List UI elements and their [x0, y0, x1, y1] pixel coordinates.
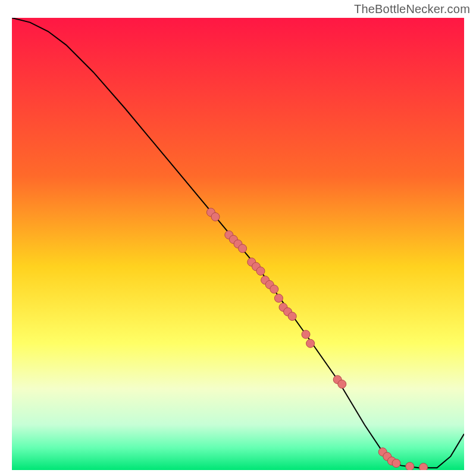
data-point	[392, 459, 400, 468]
plot-area	[12, 18, 464, 470]
data-point	[338, 380, 346, 389]
data-point	[419, 463, 428, 470]
chart-container: TheBottleNecker.com	[0, 0, 476, 476]
data-point	[256, 267, 265, 275]
data-point	[274, 294, 283, 302]
data-point	[302, 330, 310, 339]
data-point	[211, 212, 220, 221]
data-point	[270, 285, 278, 293]
chart-overlay	[12, 18, 464, 470]
data-point	[306, 339, 315, 347]
data-point	[406, 462, 414, 470]
data-point	[239, 245, 247, 253]
attribution-text: TheBottleNecker.com	[354, 2, 470, 16]
data-point-group	[206, 208, 427, 470]
data-point	[288, 312, 296, 321]
